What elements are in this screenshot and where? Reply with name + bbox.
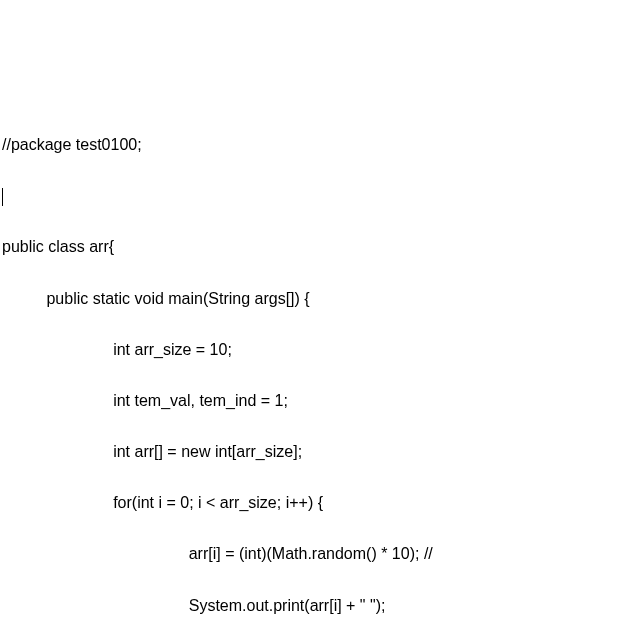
code-line: for(int i = 0; i < arr_size; i++) {	[0, 490, 635, 516]
code-block: //package test0100; public class arr{ pu…	[0, 106, 635, 625]
code-line: //package test0100;	[0, 132, 635, 158]
code-line: int arr_size = 10;	[0, 337, 635, 363]
code-line: public class arr{	[0, 234, 635, 260]
code-line: int tem_val, tem_ind = 1;	[0, 388, 635, 414]
code-line: System.out.print(arr[i] + " ");	[0, 593, 635, 619]
code-line-cursor	[0, 183, 635, 209]
code-line: arr[i] = (int)(Math.random() * 10); //	[0, 541, 635, 567]
code-line: public static void main(String args[]) {	[0, 286, 635, 312]
text-cursor	[2, 188, 3, 206]
code-line: int arr[] = new int[arr_size];	[0, 439, 635, 465]
